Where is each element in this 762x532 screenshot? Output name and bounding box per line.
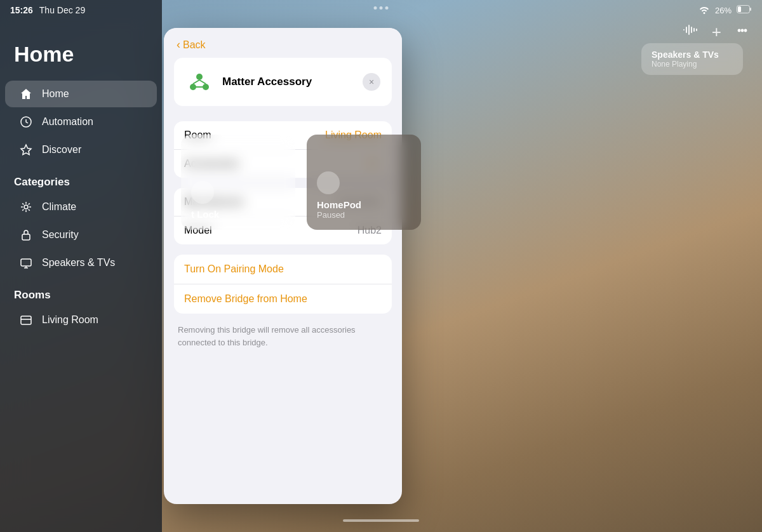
speakers-tvs-icon [19,256,33,270]
sidebar-item-living-room[interactable]: Living Room [5,307,157,333]
svg-rect-2 [750,8,751,11]
svg-rect-14 [22,234,30,240]
add-button[interactable]: + [712,23,721,40]
svg-point-27 [742,30,744,32]
sidebar: Home Home Automation Discover Categories [0,0,162,532]
svg-line-12 [29,203,30,204]
discover-icon [19,143,33,157]
homepod-card[interactable]: HomePod Paused [307,135,421,230]
status-right: 26% [698,5,752,16]
svg-point-28 [745,30,747,32]
homepod-card-sublabel: Paused [317,210,411,220]
homepod-card-icon [317,171,340,194]
svg-line-13 [22,209,23,211]
sidebar-item-speakers-tvs[interactable]: Speakers & TVs [5,249,157,276]
home-icon [19,87,33,101]
sidebar-item-home[interactable]: Home [5,81,157,107]
sidebar-title: Home [0,32,162,79]
sidebar-item-label-living-room: Living Room [42,314,98,326]
sidebar-item-label-home: Home [42,88,69,100]
rooms-section-title: Rooms [0,277,162,305]
battery-icon [737,5,752,15]
climate-icon [19,200,33,214]
svg-line-10 [22,203,23,204]
homepod-card-label: HomePod [317,199,411,210]
security-icon [19,228,33,242]
living-room-icon [19,313,33,327]
svg-marker-4 [21,145,31,155]
battery-percentage: 26% [715,6,732,15]
automation-icon [19,115,33,129]
home-content: t Lock HomePod Paused [162,20,762,532]
sidebar-item-label-security: Security [42,229,79,241]
home-card-row: t Lock HomePod Paused [181,135,743,230]
categories-section-title: Categories [0,164,162,192]
sidebar-item-security[interactable]: Security [5,222,157,248]
sidebar-item-label-discover: Discover [42,144,81,156]
svg-point-26 [739,30,740,32]
svg-line-11 [29,209,30,211]
status-bar: 15:26 Thu Dec 29 26% [0,0,762,20]
sidebar-item-label-speakers-tvs: Speakers & TVs [42,257,115,269]
smart-lock-card[interactable]: t Lock [181,135,295,230]
svg-point-5 [24,205,28,209]
sidebar-item-climate[interactable]: Climate [5,194,157,220]
waveform-button[interactable] [683,23,699,41]
status-time: 15:26 [10,5,33,15]
sidebar-item-discover[interactable]: Discover [5,136,157,163]
svg-rect-15 [21,259,31,266]
more-button[interactable] [734,23,751,40]
svg-rect-18 [21,316,31,324]
wifi-icon [698,5,710,16]
smart-lock-card-label: t Lock [191,209,285,220]
svg-rect-1 [738,6,741,12]
status-date: Thu Dec 29 [39,5,85,15]
sidebar-item-automation[interactable]: Automation [5,109,157,135]
sidebar-item-label-automation: Automation [42,116,93,128]
sidebar-item-label-climate: Climate [42,201,76,213]
top-controls: + [683,23,751,41]
bottom-bar [343,519,419,522]
smart-lock-card-icon [191,181,214,204]
